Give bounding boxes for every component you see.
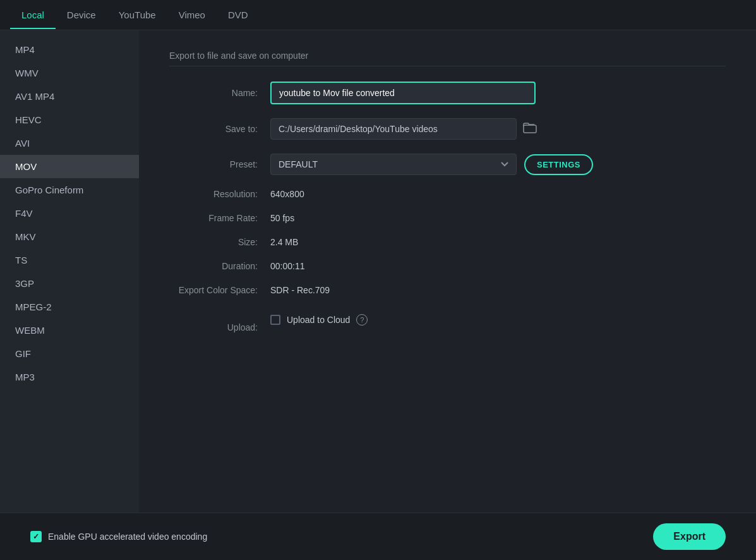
colorspace-row: Export Color Space: SDR - Rec.709 xyxy=(169,285,726,295)
framerate-row: Frame Rate: 50 fps xyxy=(169,213,726,223)
sidebar-item-ts[interactable]: TS xyxy=(0,248,139,272)
gpu-checkbox[interactable] xyxy=(30,531,42,542)
size-label: Size: xyxy=(169,237,270,247)
sidebar-item-3gp[interactable]: 3GP xyxy=(0,272,139,295)
content-area: Export to file and save on computer Name… xyxy=(139,30,756,513)
saveto-path: C:/Users/drami/Desktop/YouTube videos xyxy=(270,118,517,140)
resolution-value: 640x800 xyxy=(270,189,726,199)
preset-select[interactable]: DEFAULT HIGH MEDIUM LOW xyxy=(270,154,517,175)
bottom-bar: Enable GPU accelerated video encoding Ex… xyxy=(0,513,756,560)
size-row: Size: 2.4 MB xyxy=(169,237,726,247)
size-value: 2.4 MB xyxy=(270,237,726,247)
saveto-label: Save to: xyxy=(169,124,270,134)
tab-local[interactable]: Local xyxy=(10,1,56,29)
folder-icon[interactable] xyxy=(523,122,537,137)
framerate-label: Frame Rate: xyxy=(169,213,270,223)
preset-label: Preset: xyxy=(169,159,270,169)
gpu-label: Enable GPU accelerated video encoding xyxy=(48,532,207,542)
svg-rect-0 xyxy=(524,125,536,133)
framerate-value: 50 fps xyxy=(270,213,726,223)
sidebar: MP4 WMV AV1 MP4 HEVC AVI MOV GoPro Cinef… xyxy=(0,30,139,513)
help-icon[interactable]: ? xyxy=(356,314,368,326)
name-control xyxy=(270,82,726,104)
sidebar-item-webm[interactable]: WEBM xyxy=(0,319,139,342)
sidebar-item-mkv[interactable]: MKV xyxy=(0,225,139,248)
sidebar-item-hevc[interactable]: HEVC xyxy=(0,108,139,131)
name-row: Name: xyxy=(169,82,726,104)
sidebar-item-avi[interactable]: AVI xyxy=(0,131,139,155)
sidebar-item-mp3[interactable]: MP3 xyxy=(0,365,139,389)
name-label: Name: xyxy=(169,88,270,98)
tab-youtube[interactable]: YouTube xyxy=(107,1,167,29)
section-title: Export to file and save on computer xyxy=(169,51,726,66)
settings-button[interactable]: SETTINGS xyxy=(524,154,593,175)
sidebar-item-mpeg2[interactable]: MPEG-2 xyxy=(0,295,139,319)
preset-row: Preset: DEFAULT HIGH MEDIUM LOW SETTINGS xyxy=(169,154,726,175)
upload-cloud-label: Upload to Cloud xyxy=(287,315,350,325)
duration-row: Duration: 00:00:11 xyxy=(169,261,726,271)
saveto-control: C:/Users/drami/Desktop/YouTube videos xyxy=(270,118,726,140)
sidebar-item-gopro[interactable]: GoPro Cineform xyxy=(0,178,139,202)
duration-value: 00:00:11 xyxy=(270,261,726,271)
upload-cloud-checkbox[interactable] xyxy=(270,315,280,325)
duration-label: Duration: xyxy=(169,261,270,271)
sidebar-item-wmv[interactable]: WMV xyxy=(0,61,139,85)
sidebar-item-f4v[interactable]: F4V xyxy=(0,202,139,225)
main-content: MP4 WMV AV1 MP4 HEVC AVI MOV GoPro Cinef… xyxy=(0,30,756,513)
sidebar-item-gif[interactable]: GIF xyxy=(0,342,139,365)
colorspace-value: SDR - Rec.709 xyxy=(270,285,726,295)
sidebar-item-av1mp4[interactable]: AV1 MP4 xyxy=(0,85,139,108)
resolution-row: Resolution: 640x800 xyxy=(169,189,726,199)
gpu-row: Enable GPU accelerated video encoding xyxy=(30,531,207,542)
tab-dvd[interactable]: DVD xyxy=(217,1,260,29)
upload-row: Upload: Upload to Cloud ? xyxy=(169,309,726,346)
upload-label: Upload: xyxy=(169,322,270,332)
upload-control: Upload to Cloud ? xyxy=(270,309,726,346)
name-input[interactable] xyxy=(270,82,536,104)
tab-device[interactable]: Device xyxy=(56,1,107,29)
sidebar-item-mov[interactable]: MOV xyxy=(0,155,139,178)
resolution-label: Resolution: xyxy=(169,189,270,199)
preset-control: DEFAULT HIGH MEDIUM LOW SETTINGS xyxy=(270,154,726,175)
export-button[interactable]: Export xyxy=(653,523,726,550)
colorspace-label: Export Color Space: xyxy=(169,285,270,295)
tab-bar: Local Device YouTube Vimeo DVD xyxy=(0,0,756,30)
tab-vimeo[interactable]: Vimeo xyxy=(167,1,217,29)
saveto-row: Save to: C:/Users/drami/Desktop/YouTube … xyxy=(169,118,726,140)
sidebar-item-mp4[interactable]: MP4 xyxy=(0,38,139,61)
